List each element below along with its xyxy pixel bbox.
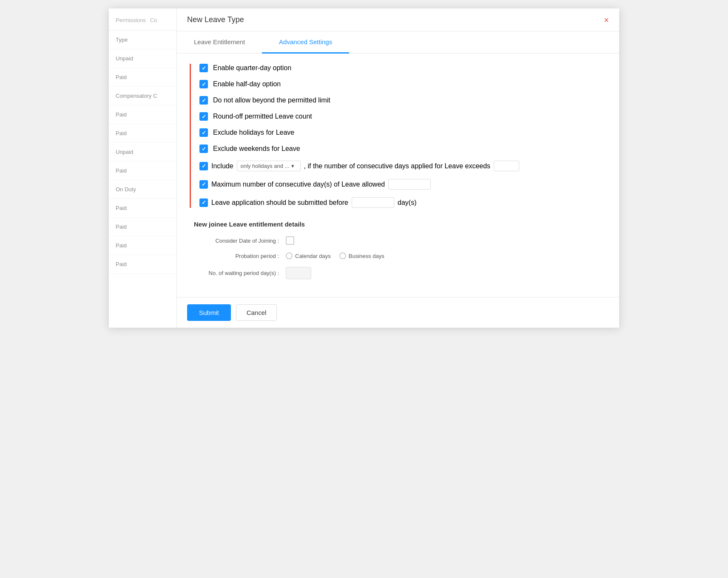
checkbox-row-exclude-weekends: ✓ Exclude weekends for Leave — [199, 144, 606, 153]
checkbox-exclude-holidays[interactable]: ✓ — [199, 128, 208, 137]
radio-calendar-days[interactable]: Calendar days — [286, 252, 331, 259]
checkbox-consider-doj[interactable] — [286, 236, 294, 245]
include-label: Include — [211, 162, 233, 170]
sidebar-item-name-4: Paid — [116, 111, 170, 118]
label-round-off: Round-off permitted Leave count — [213, 113, 312, 120]
sidebar-item-name-3: Compensatory C — [116, 93, 170, 99]
label-no-beyond: Do not allow beyond the permitted limit — [213, 96, 330, 104]
submit-before-suffix: day(s) — [398, 199, 416, 207]
sidebar-item-name-12: Paid — [116, 261, 170, 267]
sidebar-item-1[interactable]: Unpaid — [109, 49, 176, 68]
checkmark-include: ✓ — [202, 163, 206, 169]
checkbox-no-beyond[interactable]: ✓ — [199, 96, 208, 105]
checkbox-row-half-day: ✓ Enable half-day option — [199, 80, 606, 88]
checkbox-max-consecutive[interactable]: ✓ — [199, 180, 208, 189]
settings-section: ✓ Enable quarter-day option ✓ Enable hal… — [190, 64, 606, 208]
checkbox-include[interactable]: ✓ — [199, 162, 208, 170]
modal: New Leave Type × Leave Entitlement Advan… — [177, 8, 619, 328]
include-dropdown[interactable]: only holidays and ... ▾ — [237, 161, 301, 171]
permissions-label: Permissions — [116, 17, 146, 23]
max-consecutive-input[interactable] — [388, 179, 431, 190]
sidebar-item-11[interactable]: Paid — [109, 236, 176, 255]
label-half-day: Enable half-day option — [213, 80, 281, 88]
tabs-container: Leave Entitlement Advanced Settings — [177, 31, 619, 54]
sidebar-item-8[interactable]: On Duty — [109, 180, 176, 199]
sidebar-item-name-7: Paid — [116, 167, 170, 174]
include-after-text: , if the number of consecutive days appl… — [304, 162, 490, 170]
checkbox-row-quarter-day: ✓ Enable quarter-day option — [199, 64, 606, 72]
sidebar-item-name-0: Type — [116, 37, 170, 43]
sidebar-item-2[interactable]: Paid — [109, 68, 176, 87]
sidebar-item-4[interactable]: Paid — [109, 105, 176, 124]
checkmark-half-day: ✓ — [202, 81, 206, 88]
max-consecutive-row: ✓ Maximum number of consecutive day(s) o… — [199, 179, 606, 190]
cancel-button[interactable]: Cancel — [236, 304, 277, 321]
checkmark-quarter-day: ✓ — [202, 65, 206, 71]
sidebar-item-name-8: On Duty — [116, 186, 170, 193]
sidebar-item-6[interactable]: Unpaid — [109, 143, 176, 162]
checkmark-round-off: ✓ — [202, 113, 206, 120]
modal-footer: Submit Cancel — [177, 297, 619, 328]
probation-row: Probation period : Calendar days Busines… — [194, 252, 606, 259]
checkmark-max-consecutive: ✓ — [202, 181, 206, 187]
probation-label: Probation period : — [194, 253, 279, 259]
close-button[interactable]: × — [604, 16, 609, 24]
sidebar-item-12[interactable]: Paid — [109, 255, 176, 274]
co-label: Co — [150, 17, 157, 23]
sidebar-header: Permissions Co — [109, 17, 176, 31]
sidebar: Permissions Co Type Unpaid Paid Compensa… — [109, 8, 177, 328]
radio-calendar-days-circle[interactable] — [286, 252, 293, 259]
new-joinee-title: New joinee Leave entitlement details — [194, 221, 606, 228]
consider-doj-label: Consider Date of Joining : — [194, 238, 279, 244]
include-row: ✓ Include only holidays and ... ▾ , if t… — [199, 161, 606, 171]
sidebar-item-name-10: Paid — [116, 224, 170, 230]
submit-before-row: ✓ Leave application should be submitted … — [199, 197, 606, 208]
tab-advanced-settings[interactable]: Advanced Settings — [262, 31, 349, 54]
sidebar-item-7[interactable]: Paid — [109, 162, 176, 180]
sidebar-item-name-6: Unpaid — [116, 149, 170, 155]
radio-business-days-circle[interactable] — [339, 252, 346, 259]
sidebar-item-name-5: Paid — [116, 130, 170, 136]
sidebar-item-10[interactable]: Paid — [109, 218, 176, 236]
sidebar-item-name-2: Paid — [116, 74, 170, 80]
checkbox-quarter-day[interactable]: ✓ — [199, 64, 208, 72]
label-exclude-weekends: Exclude weekends for Leave — [213, 145, 300, 153]
checkbox-exclude-weekends[interactable]: ✓ — [199, 144, 208, 153]
include-exceeds-input[interactable] — [494, 161, 519, 171]
checkbox-submit-before[interactable]: ✓ — [199, 198, 208, 207]
label-exclude-holidays: Exclude holidays for Leave — [213, 129, 294, 136]
waiting-period-row: No. of waiting period day(s) : — [194, 267, 606, 279]
sidebar-item-3[interactable]: Compensatory C — [109, 87, 176, 105]
consider-doj-row: Consider Date of Joining : — [194, 236, 606, 245]
dropdown-arrow-icon: ▾ — [291, 163, 294, 169]
checkbox-row-no-beyond: ✓ Do not allow beyond the permitted limi… — [199, 96, 606, 105]
new-joinee-section: New joinee Leave entitlement details Con… — [190, 221, 606, 279]
sidebar-item-9[interactable]: Paid — [109, 199, 176, 218]
page-wrapper: Permissions Co Type Unpaid Paid Compensa… — [109, 8, 619, 328]
sidebar-item-0[interactable]: Type — [109, 31, 176, 49]
waiting-period-input[interactable] — [286, 267, 311, 279]
include-dropdown-value: only holidays and ... — [241, 163, 290, 169]
probation-radio-group: Calendar days Business days — [286, 252, 384, 259]
checkbox-row-round-off: ✓ Round-off permitted Leave count — [199, 112, 606, 121]
submit-before-label: Leave application should be submitted be… — [211, 199, 348, 207]
checkmark-exclude-holidays: ✓ — [202, 130, 206, 136]
tab-leave-entitlement[interactable]: Leave Entitlement — [177, 31, 262, 54]
radio-business-days[interactable]: Business days — [339, 252, 384, 259]
checkbox-row-exclude-holidays: ✓ Exclude holidays for Leave — [199, 128, 606, 137]
sidebar-item-name-11: Paid — [116, 242, 170, 249]
radio-calendar-days-label: Calendar days — [295, 253, 331, 259]
modal-title: New Leave Type — [187, 15, 244, 24]
sidebar-item-name-1: Unpaid — [116, 55, 170, 62]
checkmark-no-beyond: ✓ — [202, 97, 206, 104]
submit-before-input[interactable] — [352, 197, 394, 208]
checkbox-half-day[interactable]: ✓ — [199, 80, 208, 88]
sidebar-item-name-9: Paid — [116, 205, 170, 211]
modal-header: New Leave Type × — [177, 8, 619, 31]
submit-button[interactable]: Submit — [187, 304, 231, 321]
checkbox-round-off[interactable]: ✓ — [199, 112, 208, 121]
modal-content: ✓ Enable quarter-day option ✓ Enable hal… — [177, 54, 619, 297]
radio-business-days-label: Business days — [349, 253, 384, 259]
label-quarter-day: Enable quarter-day option — [213, 64, 291, 72]
sidebar-item-5[interactable]: Paid — [109, 124, 176, 143]
